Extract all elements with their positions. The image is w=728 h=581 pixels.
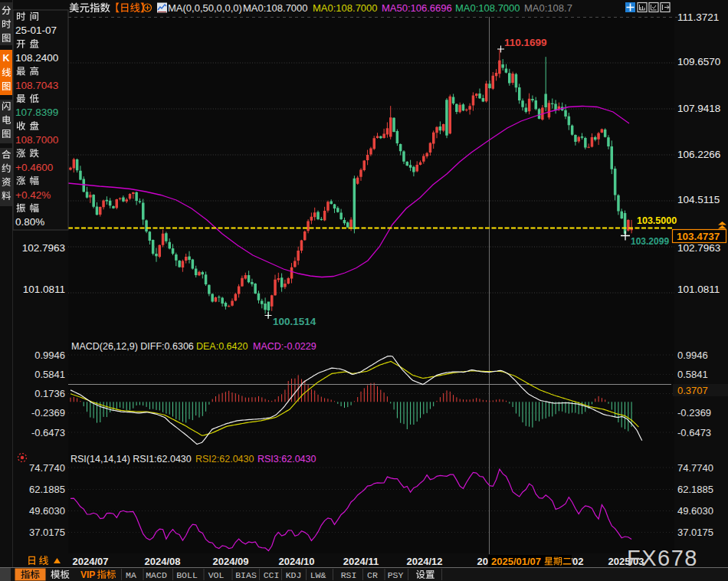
svg-text:-0.2369: -0.2369 <box>677 407 711 419</box>
svg-text:37.0175: 37.0175 <box>677 527 713 538</box>
svg-text:-0.6473: -0.6473 <box>677 427 711 438</box>
svg-text:108.7000: 108.7000 <box>15 134 58 146</box>
svg-text:-0.2369: -0.2369 <box>31 407 65 419</box>
svg-text:0.9946: 0.9946 <box>34 350 65 361</box>
svg-text:MA50:106.6696: MA50:106.6696 <box>382 2 452 14</box>
svg-text:103.5000: 103.5000 <box>637 215 677 226</box>
svg-text:0.80%: 0.80% <box>15 216 44 228</box>
svg-text:0.5841: 0.5841 <box>677 369 708 380</box>
svg-text:0.9946: 0.9946 <box>677 350 708 361</box>
svg-text:103.4737: 103.4737 <box>677 231 720 242</box>
svg-text:106.2266: 106.2266 <box>677 149 720 160</box>
svg-text:74.7740: 74.7740 <box>677 462 713 474</box>
svg-text:VOL: VOL <box>208 570 225 580</box>
svg-text:2024/09: 2024/09 <box>213 556 249 567</box>
svg-text:RSI(14,14,14) RSI1:62.0430: RSI(14,14,14) RSI1:62.0430 <box>71 454 192 464</box>
svg-text:37.0175: 37.0175 <box>29 527 65 538</box>
svg-text:CCI: CCI <box>264 570 280 580</box>
svg-text:2024/12: 2024/12 <box>407 556 443 567</box>
svg-text:2024/11: 2024/11 <box>343 556 379 567</box>
svg-text:RSI2:62.0430: RSI2:62.0430 <box>195 454 254 464</box>
svg-text:MA(0,0,50,0,0,0): MA(0,0,50,0,0,0) <box>168 2 242 14</box>
svg-text:MA0:108.7: MA0:108.7 <box>524 2 572 14</box>
svg-text:110.1699: 110.1699 <box>504 37 547 48</box>
svg-text:CR: CR <box>367 570 378 580</box>
svg-text:+0.42%: +0.42% <box>15 189 51 201</box>
svg-text:49.6030: 49.6030 <box>29 505 65 517</box>
svg-text:111.3721: 111.3721 <box>677 11 719 23</box>
svg-text:108.7043: 108.7043 <box>15 80 58 91</box>
svg-text:100.1514: 100.1514 <box>273 316 316 327</box>
svg-text:PSY: PSY <box>388 570 404 580</box>
svg-text:2024/08: 2024/08 <box>145 556 181 567</box>
svg-text:0.3707: 0.3707 <box>677 385 708 396</box>
svg-text:101.0811: 101.0811 <box>677 284 720 295</box>
svg-text:0.1736: 0.1736 <box>34 388 65 399</box>
svg-text:62.1885: 62.1885 <box>677 484 713 495</box>
svg-text:103.2099: 103.2099 <box>631 236 669 247</box>
svg-text:MA: MA <box>126 570 136 580</box>
svg-text:FX678: FX678 <box>627 546 698 570</box>
svg-text:MACD:-0.0229: MACD:-0.0229 <box>253 341 316 352</box>
svg-text:LW&: LW& <box>310 570 326 580</box>
svg-text:108.2400: 108.2400 <box>15 52 58 64</box>
svg-text:K: K <box>2 53 9 64</box>
svg-text:KDJ: KDJ <box>286 570 302 580</box>
svg-text:BIAS: BIAS <box>235 570 257 580</box>
svg-text:MA0:108.7000: MA0:108.7000 <box>313 2 378 14</box>
svg-text:RSI: RSI <box>341 570 357 580</box>
svg-text:+0.4600: +0.4600 <box>15 162 53 173</box>
svg-text:102.7963: 102.7963 <box>677 242 720 254</box>
svg-text:MA0:108.7000: MA0:108.7000 <box>455 2 520 14</box>
svg-text:-0.6473: -0.6473 <box>31 427 65 438</box>
svg-text:101.0811: 101.0811 <box>23 284 65 295</box>
svg-text:RSI3:62.0430: RSI3:62.0430 <box>257 454 316 464</box>
svg-text:62.1885: 62.1885 <box>29 484 65 495</box>
svg-text:25-01-07: 25-01-07 <box>15 25 57 36</box>
svg-text:107.9418: 107.9418 <box>677 103 720 114</box>
svg-text:MACD: MACD <box>146 570 167 580</box>
svg-text:VIP: VIP <box>80 570 95 580</box>
svg-text:BOLL: BOLL <box>176 570 198 580</box>
svg-text:MACD(26,12,9) DIFF:0.6306: MACD(26,12,9) DIFF:0.6306 <box>71 341 194 352</box>
svg-text:2025/01/07: 2025/01/07 <box>491 556 541 567</box>
svg-text:107.8399: 107.8399 <box>15 107 58 118</box>
svg-text:MA0:108.7000: MA0:108.7000 <box>243 2 308 14</box>
svg-text:DEA:0.6420: DEA:0.6420 <box>196 341 248 352</box>
svg-text:104.5115: 104.5115 <box>677 194 720 205</box>
svg-text:2024/07: 2024/07 <box>73 556 109 567</box>
svg-text:109.6570: 109.6570 <box>677 56 720 67</box>
svg-text:102.7963: 102.7963 <box>22 242 65 254</box>
svg-text:0.5841: 0.5841 <box>34 369 65 380</box>
svg-text:49.6030: 49.6030 <box>677 505 713 517</box>
svg-text:2024/10: 2024/10 <box>279 556 315 567</box>
svg-text:74.7740: 74.7740 <box>29 462 65 474</box>
